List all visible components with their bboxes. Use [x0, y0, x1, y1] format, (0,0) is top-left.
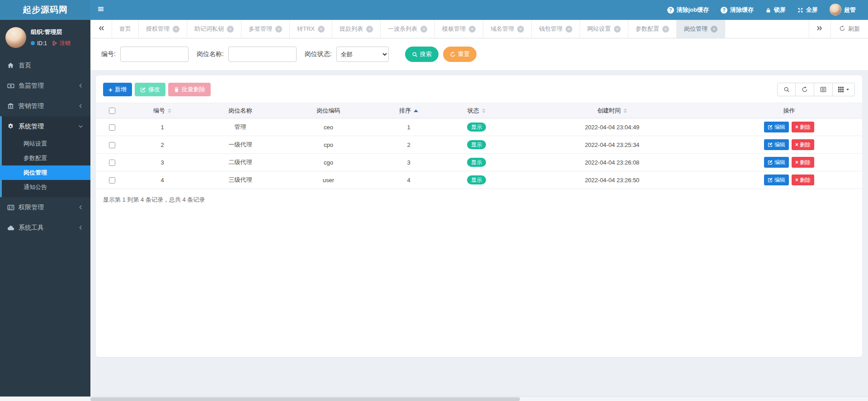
status-badge[interactable]: 显示 [467, 175, 486, 184]
row-delete-button[interactable]: ×删除 [792, 157, 814, 168]
table-view-controls [777, 83, 855, 96]
edit-icon [768, 124, 773, 130]
search-button[interactable]: 搜索 [405, 47, 439, 62]
tab-0[interactable]: 首页 [112, 20, 139, 38]
status-badge[interactable]: 显示 [467, 123, 486, 132]
post-status-select[interactable]: 全部 [336, 47, 389, 62]
row-checkbox[interactable] [109, 177, 115, 184]
column-header[interactable]: 创建时间 [508, 103, 716, 118]
id-filter-input[interactable] [120, 47, 189, 62]
tabs-scroll-left-button[interactable] [90, 20, 112, 38]
post-name-filter-input[interactable] [228, 47, 297, 62]
tab-2[interactable]: 助记词私钥× [187, 20, 241, 38]
sidebar-subitem-post-manage[interactable]: 岗位管理 [0, 165, 90, 180]
table-header-row: 编号岗位名称岗位编码排序状态创建时间操作 [96, 103, 862, 118]
chevron-left-icon [78, 204, 84, 210]
sidebar-subitem-site-settings[interactable]: 网站设置 [2, 137, 90, 151]
tab-close-icon[interactable]: × [275, 26, 282, 33]
tab-5[interactable]: 提款列表× [332, 20, 381, 38]
tab-7[interactable]: 模板管理× [435, 20, 483, 38]
row-checkbox[interactable] [109, 142, 115, 148]
tab-8[interactable]: 域名管理× [483, 20, 532, 38]
logout-link[interactable]: 注销 [52, 39, 71, 47]
column-header[interactable]: 岗位编码 [284, 103, 373, 118]
horizontal-scrollbar-thumb[interactable] [90, 397, 520, 401]
tab-4[interactable]: 转TRX× [290, 20, 332, 38]
sidebar-item-fry[interactable]: 鱼苗管理 [0, 75, 90, 96]
detail-view-button[interactable] [814, 83, 833, 96]
toggle-search-button[interactable] [777, 83, 796, 96]
row-edit-button[interactable]: 编辑 [764, 175, 789, 185]
tab-3[interactable]: 多签管理× [241, 20, 290, 38]
user-info: 组织:管理层 ID:1 注销 [31, 28, 71, 47]
row-checkbox[interactable] [109, 124, 115, 131]
add-button-label: 新增 [115, 85, 127, 94]
row-edit-button[interactable]: 编辑 [764, 139, 789, 150]
chevron-left-icon [78, 225, 84, 231]
sidebar-toggle-button[interactable] [90, 0, 111, 20]
tab-close-icon[interactable]: × [318, 26, 325, 33]
tab-6[interactable]: 一波杀列表× [381, 20, 435, 38]
edit-button[interactable]: 修改 [135, 83, 165, 96]
x-icon: × [795, 142, 798, 147]
tab-9[interactable]: 钱包管理× [532, 20, 580, 38]
navbar-action-label: 超管 [844, 6, 856, 14]
tab-1[interactable]: 授权管理× [139, 20, 187, 38]
refresh-table-button[interactable] [796, 83, 814, 96]
tab-11[interactable]: 参数配置× [628, 20, 677, 38]
tab-close-icon[interactable]: × [614, 26, 621, 33]
row-delete-button[interactable]: ×删除 [792, 139, 814, 150]
tab-close-icon[interactable]: × [469, 26, 476, 33]
tab-close-icon[interactable]: × [711, 26, 717, 33]
tab-close-icon[interactable]: × [662, 26, 669, 33]
row-delete-button[interactable]: ×删除 [792, 122, 814, 132]
filter-bar: 编号: 岗位名称: 岗位状态: 全部 搜索 重置 [90, 38, 868, 70]
tab-close-icon[interactable]: × [517, 26, 524, 33]
batch-delete-button[interactable]: 批量删除 [168, 83, 211, 96]
sidebar-item-tools[interactable]: 系统工具 [0, 217, 90, 238]
navbar-action-clear-job-cache[interactable]: ?清除job缓存 [661, 0, 715, 20]
navbar-action-clear-cache[interactable]: ?清除缓存 [715, 0, 760, 20]
horizontal-scrollbar[interactable] [0, 396, 868, 401]
sidebar-item-system[interactable]: 系统管理 [2, 116, 90, 137]
tab-10[interactable]: 网站设置× [580, 20, 628, 38]
tab-12[interactable]: 岗位管理× [677, 20, 725, 38]
row-delete-button[interactable]: ×删除 [792, 175, 814, 185]
status-badge[interactable]: 显示 [467, 140, 486, 149]
navbar-action-user-menu[interactable]: 超管 [824, 0, 862, 20]
tab-close-icon[interactable]: × [566, 26, 572, 33]
reset-button[interactable]: 重置 [443, 47, 476, 62]
select-all-checkbox[interactable] [109, 108, 115, 114]
add-button[interactable]: + 新增 [103, 83, 132, 96]
row-edit-button[interactable]: 编辑 [764, 122, 789, 132]
sidebar-subitem-notice[interactable]: 通知公告 [2, 180, 90, 194]
column-header[interactable]: 状态 [445, 103, 508, 118]
navbar-action-label: 锁屏 [774, 6, 786, 14]
refresh-tab-button[interactable]: 刷新 [830, 20, 868, 38]
navbar-action-lock-screen[interactable]: 锁屏 [760, 0, 792, 20]
column-header[interactable]: 编号 [128, 103, 196, 118]
tab-close-icon[interactable]: × [366, 26, 373, 33]
column-header[interactable]: 岗位名称 [196, 103, 284, 118]
column-header[interactable]: 操作 [716, 103, 862, 118]
tab-close-icon[interactable]: × [420, 26, 427, 33]
tab-close-icon[interactable]: × [173, 26, 179, 33]
columns-dropdown-button[interactable] [833, 83, 855, 96]
status-badge[interactable]: 显示 [467, 158, 486, 167]
column-header[interactable]: 排序 [373, 103, 445, 118]
sidebar-item-home[interactable]: 首页 [0, 55, 90, 75]
cell-id: 3 [128, 154, 196, 171]
row-checkbox[interactable] [109, 160, 115, 166]
sidebar-item-auth[interactable]: 权限管理 [0, 197, 90, 217]
sidebar-subitem-label: 网站设置 [24, 140, 47, 148]
sidebar-subitem-label: 参数配置 [24, 154, 47, 162]
edit-icon [768, 142, 773, 147]
tab-close-icon[interactable]: × [227, 26, 234, 33]
tabs-scroll-right-button[interactable] [809, 20, 830, 38]
sidebar-subitem-param-config[interactable]: 参数配置 [2, 151, 90, 165]
sidebar-item-market[interactable]: 营销管理 [0, 96, 90, 116]
row-edit-button[interactable]: 编辑 [764, 157, 789, 168]
navbar-action-fullscreen[interactable]: 全屏 [792, 0, 824, 20]
reset-refresh-icon [450, 52, 456, 57]
brand-logo[interactable]: 起步源码网 [0, 0, 90, 20]
